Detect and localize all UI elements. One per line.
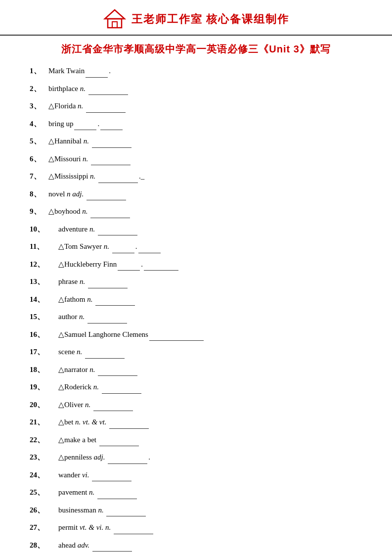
item-number: 5、 bbox=[30, 135, 48, 148]
item-number: 21、 bbox=[30, 416, 48, 429]
item-text: △Huckleberry Finn. bbox=[48, 258, 362, 271]
item-text: wander vi. bbox=[48, 469, 362, 482]
list-item: 4、 bring up. bbox=[30, 118, 362, 131]
item-text: △fathom n. bbox=[48, 293, 362, 306]
item-text: △Oliver n. bbox=[48, 399, 362, 412]
item-text: ahead adv. bbox=[48, 539, 362, 552]
item-number: 1、 bbox=[30, 65, 48, 78]
item-number: 17、 bbox=[30, 346, 48, 359]
item-number: 18、 bbox=[30, 364, 48, 376]
item-number: 26、 bbox=[30, 504, 48, 517]
item-text: △Missouri n. bbox=[48, 153, 362, 166]
list-item: 15、 author n. bbox=[30, 311, 362, 324]
item-text: △Florida n. bbox=[48, 100, 362, 113]
page-header: 王老师工作室 核心备课组制作 bbox=[0, 0, 392, 36]
item-number: 20、 bbox=[30, 399, 48, 412]
item-number: 22、 bbox=[30, 434, 48, 447]
list-item: 24、 wander vi. bbox=[30, 469, 362, 482]
item-text: △penniless adj. . bbox=[48, 451, 362, 464]
item-number: 28、 bbox=[30, 539, 48, 552]
list-item: 23、 △penniless adj. . bbox=[30, 451, 362, 464]
item-text: △bet n. vt. & vt. bbox=[48, 416, 362, 429]
list-item: 27、 permit vt. & vi. n. bbox=[30, 521, 362, 534]
item-text: phrase n. bbox=[48, 276, 362, 288]
list-item: 22、 △make a bet bbox=[30, 434, 362, 447]
list-item: 20、 △Oliver n. bbox=[30, 399, 362, 412]
item-number: 3、 bbox=[30, 100, 48, 113]
list-item: 25、 pavement n. bbox=[30, 486, 362, 499]
svg-rect-2 bbox=[112, 22, 117, 28]
svg-rect-1 bbox=[108, 19, 122, 28]
list-item: 2、 birthplace n. bbox=[30, 83, 362, 95]
house-icon bbox=[103, 9, 127, 30]
item-number: 12、 bbox=[30, 258, 48, 271]
item-text: adventure n. bbox=[48, 223, 362, 236]
svg-marker-0 bbox=[105, 10, 125, 19]
item-text: permit vt. & vi. n. bbox=[48, 521, 362, 534]
item-text: businessman n. bbox=[48, 504, 362, 517]
item-number: 13、 bbox=[30, 276, 48, 288]
list-item: 6、 △Missouri n. bbox=[30, 153, 362, 166]
list-item: 1、 Mark Twain. bbox=[30, 65, 362, 78]
item-text: △Tom Sawyer n. . bbox=[48, 240, 362, 253]
item-number: 27、 bbox=[30, 521, 48, 534]
item-text: author n. bbox=[48, 311, 362, 324]
item-text: △narrator n. bbox=[48, 364, 362, 376]
list-item: 17、 scene n. bbox=[30, 346, 362, 359]
list-item: 8、 novel n adj. bbox=[30, 188, 362, 201]
page-title: 浙江省金华市孝顺高级中学高一英语必修三《Unit 3》默写 bbox=[0, 43, 392, 56]
item-text: △Mississippi n. ._ bbox=[48, 170, 362, 183]
item-number: 4、 bbox=[30, 118, 48, 131]
list-item: 18、 △narrator n. bbox=[30, 364, 362, 376]
list-item: 9、 △boyhood n. bbox=[30, 205, 362, 218]
list-item: 7、 △Mississippi n. ._ bbox=[30, 170, 362, 183]
item-text: △Hannibal n. bbox=[48, 135, 362, 148]
header-brand-text: 王老师工作室 核心备课组制作 bbox=[131, 12, 290, 27]
list-item: 13、 phrase n. bbox=[30, 276, 362, 288]
item-number: 9、 bbox=[30, 205, 48, 218]
item-text: △make a bet bbox=[48, 434, 362, 447]
logo-area: 王老师工作室 核心备课组制作 bbox=[0, 9, 392, 30]
item-number: 15、 bbox=[30, 311, 48, 324]
list-item: 12、 △Huckleberry Finn. bbox=[30, 258, 362, 271]
item-number: 2、 bbox=[30, 83, 48, 95]
list-item: 26、 businessman n. bbox=[30, 504, 362, 517]
list-item: 21、 △bet n. vt. & vt. bbox=[30, 416, 362, 429]
list-item: 19、 △Roderick n. bbox=[30, 381, 362, 394]
item-number: 10、 bbox=[30, 223, 48, 236]
item-text: birthplace n. bbox=[48, 83, 362, 95]
list-item: 28、 ahead adv. bbox=[30, 539, 362, 552]
item-text: △boyhood n. bbox=[48, 205, 362, 218]
list-item: 14、 △fathom n. bbox=[30, 293, 362, 306]
item-text: novel n adj. bbox=[48, 188, 362, 201]
item-number: 6、 bbox=[30, 153, 48, 166]
item-text: pavement n. bbox=[48, 486, 362, 499]
list-item: 11、 △Tom Sawyer n. . bbox=[30, 240, 362, 253]
item-number: 11、 bbox=[30, 240, 48, 253]
item-text: △Samuel Langhorne Clemens bbox=[48, 328, 362, 341]
list-item: 16、 △Samuel Langhorne Clemens bbox=[30, 328, 362, 341]
item-number: 19、 bbox=[30, 381, 48, 394]
item-number: 8、 bbox=[30, 188, 48, 201]
list-item: 5、 △Hannibal n. bbox=[30, 135, 362, 148]
item-text: bring up. bbox=[48, 118, 362, 131]
content-area: 1、 Mark Twain. 2、 birthplace n. 3、 △Flor… bbox=[0, 65, 392, 555]
list-item: 10、 adventure n. bbox=[30, 223, 362, 236]
item-number: 23、 bbox=[30, 451, 48, 464]
item-text: △Roderick n. bbox=[48, 381, 362, 394]
item-number: 25、 bbox=[30, 486, 48, 499]
item-number: 24、 bbox=[30, 469, 48, 482]
item-text: Mark Twain. bbox=[48, 65, 362, 78]
list-item: 3、 △Florida n. bbox=[30, 100, 362, 113]
item-number: 7、 bbox=[30, 170, 48, 183]
item-number: 14、 bbox=[30, 293, 48, 306]
item-text: scene n. bbox=[48, 346, 362, 359]
item-number: 16、 bbox=[30, 328, 48, 341]
